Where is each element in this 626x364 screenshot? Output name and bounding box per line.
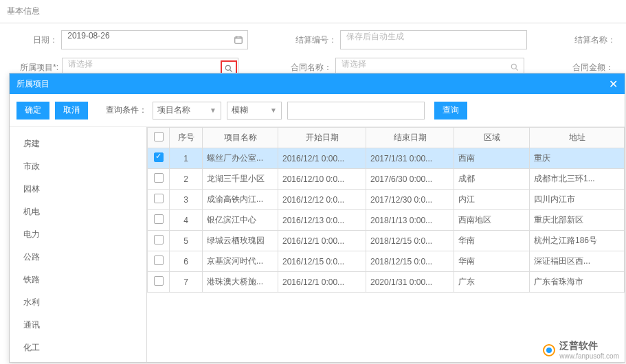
cell-end: 2017/12/30 0:0... — [366, 190, 454, 210]
table-row[interactable]: 5绿城云栖玫瑰园2016/12/1 0:00...2018/12/15 0:0.… — [148, 231, 625, 251]
cell-start: 2016/12/10 0:0... — [278, 169, 366, 190]
row-checkbox[interactable] — [154, 194, 164, 203]
row-checkbox[interactable] — [154, 235, 164, 244]
match-select[interactable]: 模糊 ▼ — [227, 102, 282, 120]
project-grid: 序号 项目名称 开始日期 结束日期 区域 地址 1螺丝厂办公室...2016/1… — [147, 127, 625, 362]
col-end: 结束日期 — [366, 128, 454, 148]
cell-region: 广东 — [454, 272, 530, 293]
cell-region: 西南 — [454, 148, 530, 169]
category-sidebar: 房建市政园林机电电力公路铁路水利通讯化工港口装饰 — [10, 127, 147, 362]
row-checkbox[interactable] — [154, 173, 164, 183]
settle-no-placeholder: 保存后自动生成 — [346, 32, 404, 41]
query-button[interactable]: 查询 — [434, 102, 467, 120]
sidebar-item[interactable]: 铁路 — [10, 269, 146, 291]
sidebar-item[interactable]: 市政 — [10, 155, 146, 178]
cell-idx: 4 — [170, 210, 203, 231]
sidebar-item[interactable]: 化工 — [10, 337, 146, 359]
cell-start: 2016/12/1 0:00... — [278, 148, 366, 169]
table-row[interactable]: 3成渝高铁内江...2016/12/12 0:0...2017/12/30 0:… — [148, 190, 625, 210]
cell-end: 2020/1/31 0:00... — [366, 272, 454, 293]
cell-addr: 深证福田区西... — [530, 251, 625, 272]
svg-point-1 — [225, 65, 230, 70]
cell-addr: 重庆 — [530, 148, 625, 169]
cell-end: 2018/12/15 0:0... — [366, 251, 454, 272]
section-header: 基本信息 — [0, 0, 626, 23]
cell-addr: 重庆北部新区 — [530, 210, 625, 231]
sidebar-item[interactable]: 电力 — [10, 223, 146, 246]
table-row[interactable]: 7港珠澳大桥施...2016/12/1 0:00...2020/1/31 0:0… — [148, 272, 625, 293]
cell-addr: 广东省珠海市 — [530, 272, 625, 293]
cell-start: 2016/12/1 0:00... — [278, 231, 366, 251]
cell-idx: 2 — [170, 169, 203, 190]
cell-name: 龙湖三千里小区 — [203, 169, 278, 190]
row-checkbox[interactable] — [154, 276, 164, 286]
cell-start: 2016/12/1 0:00... — [278, 272, 366, 293]
modal-header: 所属项目 ✕ — [10, 73, 625, 94]
table-row[interactable]: 6京基滨河时代...2016/12/15 0:0...2018/12/15 0:… — [148, 251, 625, 272]
cell-start: 2016/12/15 0:0... — [278, 251, 366, 272]
sidebar-item[interactable]: 园林 — [10, 178, 146, 201]
close-icon[interactable]: ✕ — [609, 78, 618, 91]
chevron-down-icon: ▼ — [210, 106, 216, 114]
cell-name: 京基滨河时代... — [203, 251, 278, 272]
query-input[interactable] — [287, 102, 425, 120]
cell-end: 2018/1/13 0:00... — [366, 210, 454, 231]
modal-title: 所属项目 — [16, 78, 49, 90]
cell-addr: 四川内江市 — [530, 190, 625, 210]
chevron-down-icon: ▼ — [270, 106, 277, 114]
cell-idx: 6 — [170, 251, 203, 272]
svg-rect-0 — [235, 37, 243, 43]
cell-end: 2017/1/31 0:00... — [366, 148, 454, 169]
col-region: 区域 — [454, 128, 530, 148]
match-select-value: 模糊 — [232, 104, 248, 116]
row-checkbox[interactable] — [154, 214, 164, 224]
cell-name: 绿城云栖玫瑰园 — [203, 231, 278, 251]
table-row[interactable]: 4银亿滨江中心2016/12/13 0:0...2018/1/13 0:00..… — [148, 210, 625, 231]
cell-region: 西南地区 — [454, 210, 530, 231]
project-label: 所属项目*: — [7, 62, 58, 73]
cell-name: 成渝高铁内江... — [203, 190, 278, 210]
svg-point-2 — [511, 64, 516, 69]
col-idx: 序号 — [170, 128, 203, 148]
settle-no-label: 结算编号： — [248, 34, 337, 46]
cell-start: 2016/12/12 0:0... — [278, 190, 366, 210]
select-all-header[interactable] — [148, 128, 170, 148]
row-checkbox[interactable] — [154, 255, 164, 265]
col-start: 开始日期 — [278, 128, 366, 148]
cell-name: 螺丝厂办公室... — [203, 148, 278, 169]
checkbox-icon[interactable] — [154, 132, 164, 141]
sidebar-item[interactable]: 港口 — [10, 359, 146, 364]
cell-region: 内江 — [454, 190, 530, 210]
sidebar-item[interactable]: 通讯 — [10, 314, 146, 337]
query-cond-label: 查询条件： — [106, 104, 147, 116]
settle-no-input[interactable]: 保存后自动生成 — [340, 30, 527, 49]
table-row[interactable]: 2龙湖三千里小区2016/12/10 0:0...2017/6/30 0:00.… — [148, 169, 625, 190]
cell-region: 成都 — [454, 169, 530, 190]
cell-addr: 杭州之江路186号 — [530, 231, 625, 251]
row-checkbox[interactable] — [154, 152, 164, 162]
settle-name-label: 结算名称： — [527, 34, 616, 46]
col-addr: 地址 — [530, 128, 625, 148]
contract-name-label: 合同名称： — [255, 62, 332, 73]
confirm-button[interactable]: 确定 — [16, 102, 49, 120]
modal-toolbar: 确定 取消 查询条件： 项目名称 ▼ 模糊 ▼ 查询 — [10, 94, 625, 127]
project-placeholder: 请选择 — [68, 59, 93, 69]
cancel-button[interactable]: 取消 — [55, 102, 88, 120]
sidebar-item[interactable]: 水利 — [10, 291, 146, 314]
cell-region: 华南 — [454, 231, 530, 251]
date-input[interactable]: 2019-08-26 — [61, 30, 248, 49]
cell-end: 2018/12/15 0:0... — [366, 231, 454, 251]
cell-start: 2016/12/13 0:0... — [278, 210, 366, 231]
cell-end: 2017/6/30 0:00... — [366, 169, 454, 190]
sidebar-item[interactable]: 房建 — [10, 133, 146, 155]
calendar-icon[interactable] — [234, 35, 243, 47]
date-value: 2019-08-26 — [67, 31, 109, 41]
contract-name-placeholder: 请选择 — [342, 59, 366, 69]
sidebar-item[interactable]: 机电 — [10, 201, 146, 223]
field-select[interactable]: 项目名称 ▼ — [153, 102, 221, 120]
table-row[interactable]: 1螺丝厂办公室...2016/12/1 0:00...2017/1/31 0:0… — [148, 148, 625, 169]
cell-idx: 3 — [170, 190, 203, 210]
sidebar-item[interactable]: 公路 — [10, 246, 146, 269]
cell-region: 华南 — [454, 251, 530, 272]
field-select-value: 项目名称 — [157, 104, 190, 116]
